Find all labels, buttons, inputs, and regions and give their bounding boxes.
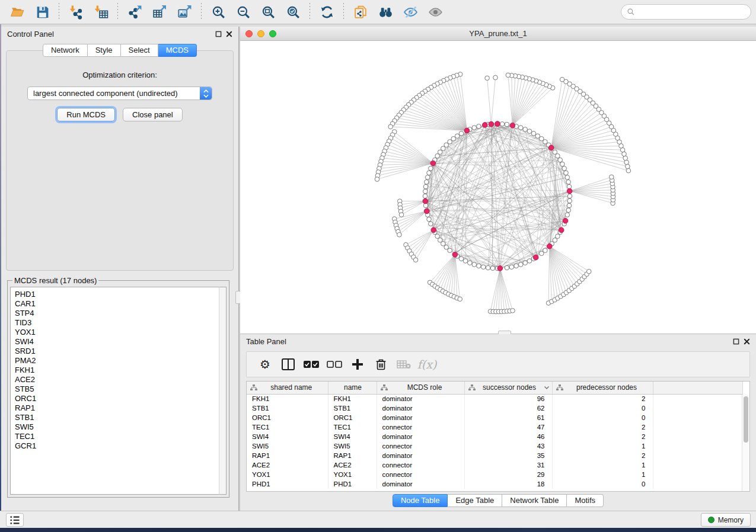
graph-node[interactable] (565, 175, 570, 180)
list-item[interactable]: PHD1 (15, 290, 219, 299)
show-all-icon[interactable] (426, 3, 444, 21)
float-panel-icon[interactable] (215, 31, 222, 37)
graph-node[interactable] (558, 158, 563, 162)
list-item[interactable]: STB5 (15, 384, 219, 394)
save-session-icon[interactable] (33, 3, 51, 21)
graph-node[interactable] (413, 258, 418, 262)
graph-node[interactable] (490, 266, 495, 271)
table-scrollbar-thumb[interactable] (744, 396, 748, 443)
export-network-icon[interactable] (126, 3, 143, 21)
graph-hub-node[interactable] (431, 227, 436, 233)
graph-node[interactable] (523, 127, 528, 132)
graph-node[interactable] (610, 175, 614, 180)
graph-node[interactable] (514, 264, 519, 268)
graph-node[interactable] (560, 162, 565, 166)
table-row[interactable]: FKH1FKH1dominator962 (247, 394, 743, 403)
graph-hub-node[interactable] (567, 188, 572, 194)
import-table-icon[interactable] (92, 3, 110, 21)
tab-style[interactable]: Style (88, 44, 121, 57)
mcds-result-list[interactable]: PHD1CAR1STP4TID3YOX1SWI4SRD1PMA2FKH1ACE2… (10, 287, 219, 495)
graph-node[interactable] (435, 153, 440, 158)
table-scrollbar[interactable] (742, 395, 749, 491)
graph-node[interactable] (472, 126, 477, 130)
graph-hub-node[interactable] (464, 128, 470, 133)
graph-node[interactable] (435, 234, 440, 239)
graph-node[interactable] (388, 124, 393, 129)
delete-column-icon[interactable] (373, 357, 388, 372)
list-item[interactable]: CAR1 (15, 299, 219, 309)
graph-node[interactable] (509, 265, 514, 270)
column-browser-icon[interactable] (280, 357, 296, 372)
table-row[interactable]: ORC1ORC1dominator610 (247, 413, 743, 422)
table-row[interactable]: SWI5SWI5connector431 (247, 441, 743, 451)
graph-node[interactable] (626, 164, 630, 169)
list-item[interactable]: ORC1 (15, 394, 219, 403)
close-panel-button[interactable]: Close panel (123, 108, 183, 121)
graph-hub-node[interactable] (430, 161, 436, 166)
result-list-scrollbar[interactable] (219, 287, 227, 495)
graph-node[interactable] (556, 153, 560, 158)
deselect-all-icon[interactable] (327, 357, 342, 372)
graph-node[interactable] (425, 175, 430, 180)
list-item[interactable]: FKH1 (15, 366, 219, 375)
close-panel-icon[interactable] (744, 338, 750, 345)
tab-network-table[interactable]: Network Table (502, 494, 567, 507)
list-item[interactable]: STP4 (15, 309, 219, 318)
search-field[interactable] (621, 4, 751, 20)
graph-node[interactable] (468, 261, 473, 265)
graph-node[interactable] (531, 132, 536, 136)
network-window-titlebar[interactable]: YPA_prune.txt_1 (240, 27, 756, 41)
graph-node[interactable] (486, 265, 490, 270)
graph-node[interactable] (527, 259, 532, 264)
graph-node[interactable] (587, 269, 592, 274)
hide-unselected-icon[interactable] (401, 3, 419, 21)
find-icon[interactable] (377, 3, 394, 21)
graph-node[interactable] (556, 234, 560, 239)
memory-button[interactable]: Memory (701, 513, 751, 527)
list-item[interactable]: GCR1 (15, 441, 219, 451)
graph-node[interactable] (626, 168, 631, 173)
column-header-mcds-role[interactable]: MCDS role (377, 382, 464, 394)
graph-hub-node[interactable] (497, 266, 503, 271)
float-panel-icon[interactable] (733, 338, 739, 345)
graph-node[interactable] (565, 213, 570, 217)
graph-node[interactable] (564, 171, 569, 175)
tab-select[interactable]: Select (121, 44, 158, 57)
graph-node[interactable] (553, 238, 557, 243)
zoom-in-icon[interactable] (209, 3, 227, 21)
graph-node[interactable] (472, 262, 477, 267)
graph-node[interactable] (448, 248, 452, 253)
graph-node[interactable] (567, 198, 572, 203)
close-panel-icon[interactable] (226, 31, 232, 37)
graph-node[interactable] (505, 122, 509, 127)
graph-node[interactable] (459, 132, 464, 136)
graph-node[interactable] (427, 217, 432, 222)
graph-node[interactable] (429, 166, 433, 171)
graph-node[interactable] (493, 75, 498, 80)
graph-node[interactable] (423, 194, 428, 198)
graph-node[interactable] (535, 134, 540, 139)
add-column-icon[interactable] (350, 357, 365, 372)
network-canvas[interactable] (240, 41, 756, 334)
import-network-icon[interactable] (67, 3, 85, 21)
graph-node[interactable] (506, 73, 511, 78)
graph-node[interactable] (543, 248, 548, 253)
run-mcds-button[interactable]: Run MCDS (57, 108, 115, 121)
graph-node[interactable] (423, 189, 428, 194)
graph-node[interactable] (567, 203, 572, 208)
table-row[interactable]: SWI4SWI4dominator462 (247, 432, 743, 441)
graph-node[interactable] (518, 262, 523, 267)
graph-hub-node[interactable] (559, 227, 564, 233)
graph-node[interactable] (477, 124, 481, 129)
graph-node[interactable] (540, 136, 544, 141)
list-item[interactable]: PMA2 (15, 356, 219, 366)
graph-node[interactable] (566, 208, 571, 213)
list-item[interactable]: SRD1 (15, 347, 219, 356)
graph-node[interactable] (427, 171, 432, 175)
graph-node[interactable] (459, 257, 464, 261)
graph-node[interactable] (455, 134, 460, 139)
table-row[interactable]: STB1STB1dominator620 (247, 403, 743, 413)
graph-node[interactable] (477, 264, 481, 268)
refresh-layout-icon[interactable] (318, 3, 336, 21)
tab-motifs[interactable]: Motifs (567, 494, 604, 507)
